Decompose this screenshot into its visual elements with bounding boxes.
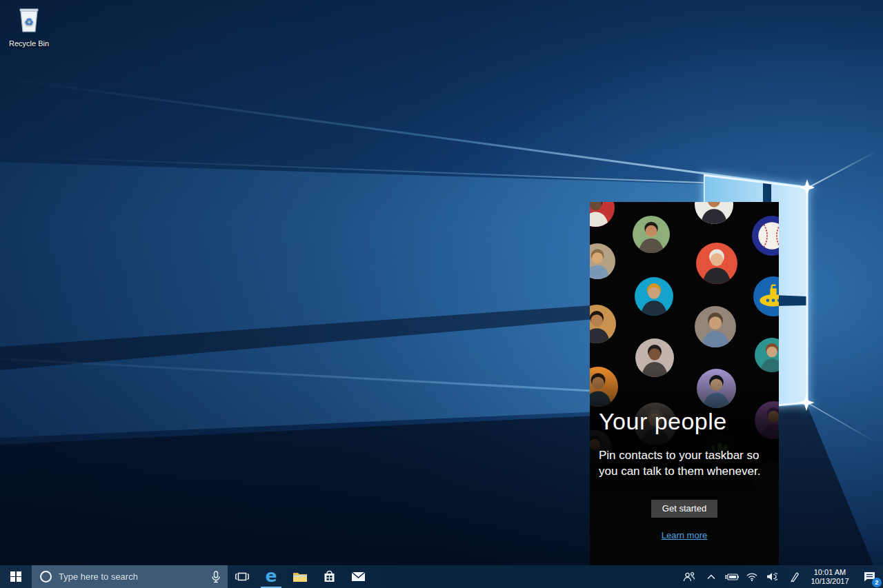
wifi-icon[interactable] [742,565,762,588]
battery-icon[interactable] [722,565,742,588]
panel-title: Your people [599,407,770,435]
start-button[interactable] [0,565,32,588]
action-center-button[interactable]: 2 [855,565,883,588]
mail-button[interactable] [344,565,373,588]
edge-button[interactable]: e [257,565,286,588]
tray-date: 10/13/2017 [811,577,849,586]
recycle-bin-icon[interactable]: ♻ Recycle Bin [4,6,54,48]
tray-time: 10:01 AM [811,568,849,577]
microphone-icon[interactable] [211,571,221,583]
system-tray: 10:01 AM 10/13/2017 2 [677,565,883,588]
get-started-button[interactable]: Get started [651,500,717,518]
windows-logo-icon [10,571,21,582]
taskbar: e [0,565,883,588]
learn-more-link[interactable]: Learn more [662,530,707,540]
recycle-bin-glyph: ♻ [4,6,54,38]
file-explorer-button[interactable] [286,565,315,588]
task-view-button[interactable] [228,565,257,588]
svg-text:♻: ♻ [24,16,33,28]
panel-description: Pin contacts to your taskbar so you can … [599,447,768,479]
hidden-icons-chevron[interactable] [701,565,722,588]
clock[interactable]: 10:01 AM 10/13/2017 [807,565,853,588]
notification-badge: 2 [872,578,882,587]
store-button[interactable] [315,565,344,588]
search-input[interactable] [57,571,207,582]
taskbar-search[interactable] [32,565,228,588]
desktop: ♻ Recycle Bin [0,0,883,588]
your-people-panel: Your people Pin contacts to your taskbar… [590,202,779,565]
edge-icon: e [266,567,277,585]
cortana-icon [40,571,52,582]
volume-icon[interactable] [762,565,782,588]
people-taskbar-icon[interactable] [677,565,701,588]
windows-ink-pen-icon[interactable] [782,565,804,588]
panel-content: Your people Pin contacts to your taskbar… [590,407,779,540]
recycle-bin-label: Recycle Bin [4,39,54,48]
